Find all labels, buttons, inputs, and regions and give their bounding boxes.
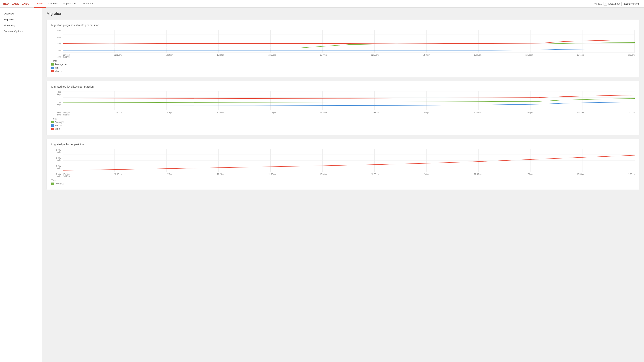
chart2-min-box: [51, 124, 54, 127]
chart-paths-per-partition: Migrated paths per partition 1.90M paths…: [46, 139, 640, 190]
version-label: v0.22.0: [594, 2, 602, 5]
nav-supervisors[interactable]: Supervisors: [60, 0, 79, 8]
chart2-wrapper: 11.20k keys 11.00k keys 10.80k keys: [51, 91, 635, 116]
chart2-area: 12:05pm9/11/24 12:10pm 12:15pm 12:20pm 1…: [63, 91, 635, 116]
sidebar-item-dynamic-options[interactable]: Dynamic Options: [0, 28, 42, 34]
chart-migration-progress: Migration progress estimate per partitio…: [46, 20, 640, 77]
logo: RED PLANET LABS: [3, 2, 29, 5]
chart1-yaxis: 50% 40% 30% 20% 10%: [51, 30, 63, 58]
chart3-title: Migrated paths per partition: [51, 143, 635, 146]
chart1-average: Average: --: [51, 63, 635, 66]
chart3-yaxis: 1.90M paths 1.80M paths 1.70M paths 1.60…: [51, 149, 63, 177]
autorefresh-button[interactable]: autorefresh: on: [621, 2, 641, 6]
max-color-box: [51, 70, 54, 72]
nav-modules[interactable]: Modules: [46, 0, 60, 8]
chart1-legend: Time: -- Average: -- Min: -- Max: --: [51, 60, 635, 73]
chart1-wrapper: 50% 40% 30% 20% 10%: [51, 30, 635, 58]
chart3-average: Average: --: [51, 182, 635, 185]
chart1-title: Migration progress estimate per partitio…: [51, 24, 635, 27]
chart2-min: Min: --: [51, 124, 635, 127]
chart2-max: Max: --: [51, 128, 635, 130]
chart3-svg: [63, 149, 635, 172]
sidebar-item-migration[interactable]: Migration: [0, 16, 42, 22]
time-range-label: Last 1 hour: [608, 2, 620, 5]
nav-rama[interactable]: Rama: [34, 0, 46, 8]
sidebar: Overview Migration Monitoring Dynamic Op…: [0, 8, 42, 362]
chart2-max-box: [51, 128, 54, 130]
chart-top-level-keys: Migrated top-level keys per partition 11…: [46, 81, 640, 135]
layout: Overview Migration Monitoring Dynamic Op…: [0, 8, 644, 362]
chart1-max: Max: --: [51, 70, 635, 73]
main-content: Migration Migration progress estimate pe…: [42, 8, 644, 362]
chart2-avg-box: [51, 121, 54, 123]
nav-right: v0.22.0 ‹ Last 1 hour autorefresh: on: [594, 2, 641, 6]
chart3-area: 12:05pm9/11/24 12:10pm 12:15pm 12:20pm 1…: [63, 149, 635, 177]
nav-conductor[interactable]: Conductor: [79, 0, 96, 8]
page-title: Migration: [46, 11, 640, 16]
top-nav: RED PLANET LABS Rama Modules Supervisors…: [0, 0, 644, 8]
chart2-time: Time: --: [51, 117, 635, 120]
chart3-xlabels: 12:05pm9/11/24 12:10pm 12:15pm 12:20pm 1…: [63, 173, 635, 177]
chart1-area: 12:05pm9/11/24 12:10pm 12:15pm 12:20pm 1…: [63, 30, 635, 58]
chart3-wrapper: 1.90M paths 1.80M paths 1.70M paths 1.60…: [51, 149, 635, 177]
chart2-yaxis: 11.20k keys 11.00k keys 10.80k keys: [51, 91, 63, 116]
chart1-xlabels: 12:05pm9/11/24 12:10pm 12:15pm 12:20pm 1…: [63, 54, 635, 58]
chart3-avg-box: [51, 182, 54, 185]
chart1-min: Min: --: [51, 66, 635, 69]
chart2-title: Migrated top-level keys per partition: [51, 85, 635, 88]
average-color-box: [51, 63, 54, 66]
chart1-svg: [63, 30, 635, 53]
chart3-time: Time: --: [51, 179, 635, 181]
sidebar-item-overview[interactable]: Overview: [0, 11, 42, 16]
min-color-box: [51, 67, 54, 69]
sidebar-item-monitoring[interactable]: Monitoring: [0, 22, 42, 28]
chart1-time: Time: --: [51, 60, 635, 62]
chart2-svg: [63, 91, 635, 110]
chart3-legend: Time: -- Average: --: [51, 179, 635, 185]
chart2-average: Average: --: [51, 121, 635, 124]
nav-links: Rama Modules Supervisors Conductor: [34, 0, 96, 8]
nav-back-button[interactable]: ‹: [604, 2, 607, 5]
chart2-xlabels: 12:05pm9/11/24 12:10pm 12:15pm 12:20pm 1…: [63, 112, 635, 116]
chart2-legend: Time: -- Average: -- Min: -- Max: --: [51, 117, 635, 130]
